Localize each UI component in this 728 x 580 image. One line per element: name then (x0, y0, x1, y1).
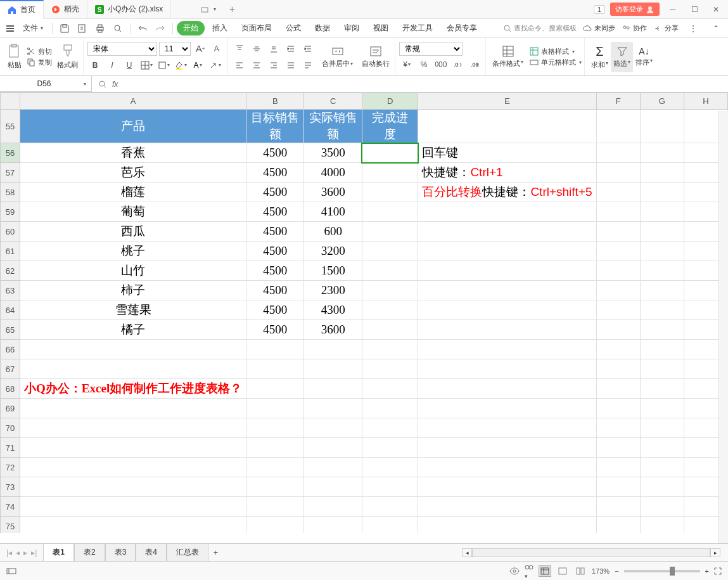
sheet-tab-1[interactable]: 表2 (74, 543, 105, 562)
copy-button[interactable]: 复制 (27, 58, 52, 67)
cell-C75[interactable] (304, 517, 362, 534)
sheet-first-icon[interactable]: |◂ (6, 548, 12, 557)
cell-B68[interactable] (246, 379, 304, 399)
col-header-G[interactable]: G (640, 93, 684, 110)
cell-F69[interactable] (596, 399, 640, 418)
vertical-scrollbar[interactable] (718, 111, 728, 543)
page-layout-view-icon[interactable] (556, 565, 569, 577)
cell-E70[interactable] (418, 418, 596, 438)
cell-A64[interactable]: 雪莲果 (20, 300, 246, 320)
cell-A66[interactable] (20, 340, 246, 359)
merge-button[interactable]: 合并居中▾ (319, 42, 355, 72)
cell-G68[interactable] (640, 379, 684, 399)
underline-icon[interactable]: U (122, 58, 137, 73)
cell-E72[interactable] (418, 458, 596, 477)
cell-C56[interactable]: 3500 (304, 143, 362, 163)
row-header-70[interactable]: 70 (1, 418, 20, 438)
row-header-64[interactable]: 64 (1, 300, 20, 320)
cell-D68[interactable] (362, 379, 418, 399)
cell-style-button[interactable]: 单元格样式▾ (530, 58, 582, 67)
normal-view-icon[interactable] (539, 565, 551, 577)
cell-C67[interactable] (304, 359, 362, 379)
row-header-60[interactable]: 60 (1, 222, 20, 242)
cell-B59[interactable]: 4500 (246, 202, 304, 222)
cell-G70[interactable] (640, 418, 684, 438)
cell-E58[interactable]: 百分比转换快捷键：Ctrl+shift+5 (418, 183, 596, 202)
cell-C69[interactable] (304, 399, 362, 418)
cell-A75[interactable] (20, 517, 246, 534)
row-header-59[interactable]: 59 (1, 202, 20, 222)
cell-F67[interactable] (596, 359, 640, 379)
zoom-out-icon[interactable]: − (615, 567, 618, 575)
add-sheet-icon[interactable]: + (208, 546, 223, 560)
cell-G59[interactable] (640, 202, 684, 222)
filter-button[interactable]: 筛选▾ (611, 42, 633, 72)
cell-G55[interactable] (640, 110, 684, 143)
cell-E56[interactable]: 回车键 (418, 143, 596, 163)
fx-icon[interactable]: fx (112, 80, 118, 89)
zoom-lens-icon[interactable] (98, 80, 107, 89)
cell-D58[interactable] (362, 183, 418, 202)
maximize-icon[interactable]: ☐ (686, 1, 703, 18)
menu-tab-0[interactable]: 开始 (177, 21, 205, 35)
cell-B63[interactable]: 4500 (246, 281, 304, 300)
sync-button[interactable]: 未同步 (583, 23, 615, 33)
cell-B65[interactable]: 4500 (246, 320, 304, 340)
cell-A57[interactable]: 芭乐 (20, 163, 246, 183)
tab-home[interactable]: 首页 (0, 0, 44, 19)
cell-E64[interactable] (418, 300, 596, 320)
cell-E75[interactable] (418, 517, 596, 534)
cell-F63[interactable] (596, 281, 640, 300)
cell-A58[interactable]: 榴莲 (20, 183, 246, 202)
cell-F58[interactable] (596, 183, 640, 202)
col-header-E[interactable]: E (418, 93, 596, 110)
cell-B71[interactable] (246, 438, 304, 458)
cell-G67[interactable] (640, 359, 684, 379)
menu-tab-2[interactable]: 页面布局 (235, 20, 278, 37)
cut-button[interactable]: 剪切 (27, 47, 52, 56)
fill-down-icon[interactable]: ▾ (156, 58, 171, 73)
menu-tab-5[interactable]: 审阅 (338, 20, 366, 37)
cell-B64[interactable]: 4500 (246, 300, 304, 320)
sheet-last-icon[interactable]: ▸| (31, 548, 37, 557)
cell-F68[interactable] (596, 379, 640, 399)
zoom-slider[interactable] (624, 570, 700, 572)
cell-A74[interactable] (20, 497, 246, 517)
cell-C65[interactable]: 3600 (304, 320, 362, 340)
italic-icon[interactable]: I (105, 58, 120, 73)
row-header-73[interactable]: 73 (1, 477, 20, 497)
cell-C55[interactable]: 实际销售额 (304, 110, 362, 143)
cell-D69[interactable] (362, 399, 418, 418)
cell-D61[interactable] (362, 242, 418, 261)
table-style-button[interactable]: 表格样式▾ (530, 47, 582, 56)
conditional-format-button[interactable]: 条件格式▾ (490, 42, 526, 72)
cell-G74[interactable] (640, 497, 684, 517)
row-header-67[interactable]: 67 (1, 359, 20, 379)
cell-D72[interactable] (362, 458, 418, 477)
paste-button[interactable]: 粘贴 (5, 42, 24, 72)
cell-A63[interactable]: 柿子 (20, 281, 246, 300)
cell-D73[interactable] (362, 477, 418, 497)
wrap-button[interactable]: 自动换行 (359, 42, 392, 72)
tab-dropdown-icon[interactable] (196, 1, 213, 18)
horizontal-scrollbar[interactable]: ◂ ▸ (462, 548, 728, 557)
sort-button[interactable]: A↓ 排序▾ (633, 42, 655, 72)
notification-badge[interactable]: 1 (594, 5, 605, 14)
cell-G62[interactable] (640, 261, 684, 281)
cell-D57[interactable] (362, 163, 418, 183)
cell-G64[interactable] (640, 300, 684, 320)
col-header-C[interactable]: C (304, 93, 362, 110)
cell-G63[interactable] (640, 281, 684, 300)
search-box[interactable]: 查找命令、搜索模板 (504, 23, 577, 33)
cell-E67[interactable] (418, 359, 596, 379)
cell-B74[interactable] (246, 497, 304, 517)
font-grow-icon[interactable]: A+ (193, 41, 208, 56)
tab-file[interactable]: S 小Q办公 (2).xlsx (87, 0, 171, 19)
cell-G75[interactable] (640, 517, 684, 534)
col-header-B[interactable]: B (246, 93, 304, 110)
select-all-corner[interactable] (1, 93, 20, 110)
cell-E73[interactable] (418, 477, 596, 497)
cell-D56[interactable] (362, 143, 418, 163)
cell-A73[interactable] (20, 477, 246, 497)
cell-A60[interactable]: 西瓜 (20, 222, 246, 242)
